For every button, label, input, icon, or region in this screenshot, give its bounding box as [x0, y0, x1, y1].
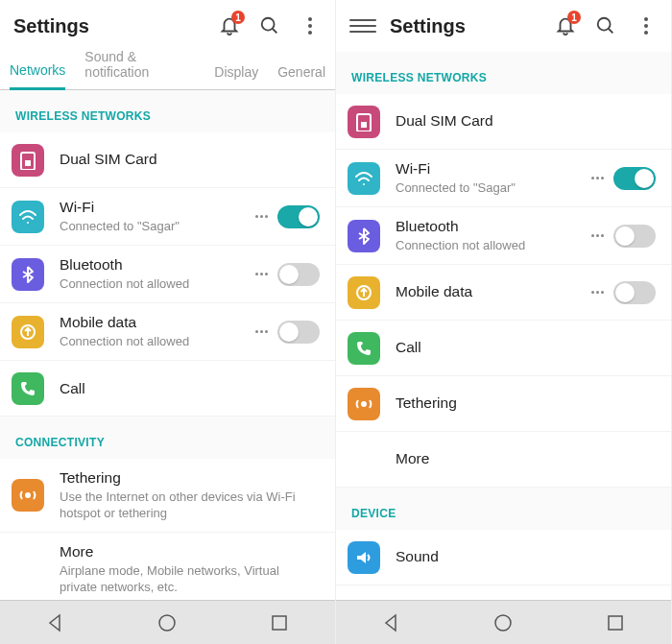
- sound-icon: [348, 541, 380, 574]
- mobile-data-toggle[interactable]: [277, 321, 320, 344]
- header: Settings 1: [336, 0, 671, 52]
- call-icon: [348, 332, 380, 365]
- notifications-icon[interactable]: 1: [216, 12, 243, 39]
- setting-row-mobile-data[interactable]: Mobile dataConnection not allowed: [0, 303, 335, 361]
- row-texts: Call: [396, 338, 656, 357]
- row-subtitle: Connection not allowed: [60, 276, 246, 293]
- bluetooth-icon: [348, 220, 380, 252]
- wifi-icon: [12, 201, 44, 233]
- row-more-icon[interactable]: [255, 330, 268, 333]
- bluetooth-toggle[interactable]: [613, 225, 656, 248]
- row-title: Wi-Fi: [60, 198, 246, 217]
- svg-point-4: [25, 492, 31, 498]
- section-header: DEVICE: [336, 488, 671, 530]
- setting-row-bluetooth[interactable]: BluetoothConnection not allowed: [0, 246, 335, 303]
- wi-fi-toggle[interactable]: [613, 167, 656, 190]
- svg-point-12: [495, 615, 511, 631]
- row-title: Sound: [396, 547, 656, 566]
- row-subtitle: Connected to "Sagar": [396, 180, 582, 197]
- row-title: Mobile data: [60, 313, 246, 332]
- tab-sound-notification[interactable]: Sound & notification: [84, 49, 195, 89]
- home-button[interactable]: [157, 613, 177, 632]
- setting-row-more[interactable]: More: [336, 432, 671, 488]
- notifications-icon[interactable]: 1: [552, 12, 579, 39]
- setting-row-call[interactable]: Call: [0, 361, 335, 417]
- svg-rect-13: [609, 616, 622, 630]
- setting-row-call[interactable]: Call: [336, 321, 671, 376]
- recents-button[interactable]: [606, 613, 625, 632]
- setting-row-wi-fi[interactable]: Wi-FiConnected to "Sagar": [0, 188, 335, 246]
- home-button[interactable]: [493, 613, 513, 632]
- setting-row-wi-fi[interactable]: Wi-FiConnected to "Sagar": [336, 150, 671, 207]
- notification-badge: 1: [231, 11, 245, 24]
- row-texts: Wi-FiConnected to "Sagar": [396, 159, 582, 197]
- row-title: Dual SIM Card: [60, 150, 320, 169]
- row-texts: Mobile dataConnection not allowed: [60, 313, 246, 350]
- svg-rect-6: [273, 616, 286, 630]
- section-header: CONNECTIVITY: [0, 417, 335, 459]
- row-texts: BluetoothConnection not allowed: [396, 217, 582, 254]
- svg-rect-2: [25, 160, 31, 166]
- row-more-icon[interactable]: [591, 291, 604, 294]
- section-header: WIRELESS NETWORKS: [336, 52, 671, 94]
- tab-networks[interactable]: Networks: [10, 62, 65, 90]
- row-more-icon[interactable]: [255, 273, 268, 275]
- setting-row-bluetooth[interactable]: BluetoothConnection not allowed: [336, 207, 671, 265]
- row-texts: Mobile data: [396, 282, 582, 301]
- sim-icon: [12, 144, 44, 177]
- left-panel: Settings 1 NetworksSound & notificationD…: [0, 0, 336, 644]
- setting-row-tethering[interactable]: Tethering: [336, 376, 671, 432]
- setting-row-sound[interactable]: Sound: [336, 530, 671, 585]
- row-texts: TetheringUse the Internet on other devic…: [60, 468, 320, 522]
- overflow-menu-icon[interactable]: [633, 12, 660, 39]
- right-panel: Settings 1 WIRELESS NETWORKSDual SIM Car…: [336, 0, 672, 644]
- back-button[interactable]: [46, 613, 65, 632]
- data-icon: [12, 316, 44, 348]
- blank-icon: [348, 443, 380, 476]
- tether-icon: [12, 479, 44, 512]
- setting-row-tethering[interactable]: TetheringUse the Internet on other devic…: [0, 459, 335, 533]
- row-more-icon[interactable]: [255, 215, 268, 218]
- tab-general[interactable]: General: [277, 64, 325, 89]
- row-more-icon[interactable]: [591, 177, 604, 179]
- row-title: Mobile data: [396, 282, 582, 301]
- row-texts: Wi-FiConnected to "Sagar": [60, 198, 246, 235]
- overflow-menu-icon[interactable]: [297, 12, 324, 39]
- svg-point-5: [159, 615, 175, 631]
- svg-point-11: [361, 401, 367, 407]
- row-texts: Tethering: [396, 394, 656, 413]
- svg-point-7: [598, 18, 611, 31]
- settings-list[interactable]: WIRELESS NETWORKSDual SIM CardWi-FiConne…: [336, 52, 671, 600]
- setting-row-dual-sim-card[interactable]: Dual SIM Card: [336, 94, 671, 150]
- search-icon[interactable]: [592, 12, 619, 39]
- row-more-icon[interactable]: [591, 234, 604, 237]
- row-texts: Sound: [396, 547, 656, 566]
- page-title: Settings: [390, 15, 552, 37]
- setting-row-dual-sim-card[interactable]: Dual SIM Card: [0, 132, 335, 188]
- mobile-data-toggle[interactable]: [613, 281, 656, 304]
- row-title: Dual SIM Card: [396, 111, 656, 131]
- wi-fi-toggle[interactable]: [277, 205, 320, 228]
- row-title: Tethering: [60, 468, 320, 488]
- row-title: More: [396, 449, 656, 468]
- search-icon[interactable]: [256, 12, 283, 39]
- wifi-icon: [348, 162, 380, 195]
- row-texts: Dual SIM Card: [60, 150, 320, 169]
- android-navbar: [336, 600, 671, 644]
- row-subtitle: Connection not allowed: [396, 238, 582, 254]
- settings-list[interactable]: WIRELESS NETWORKSDual SIM CardWi-FiConne…: [0, 90, 335, 600]
- hamburger-icon[interactable]: [349, 15, 376, 36]
- setting-row-mobile-data[interactable]: Mobile data: [336, 265, 671, 321]
- row-title: Call: [60, 379, 320, 398]
- back-button[interactable]: [382, 613, 401, 632]
- recents-button[interactable]: [270, 613, 289, 632]
- tab-display[interactable]: Display: [214, 64, 258, 89]
- page-title: Settings: [13, 15, 216, 37]
- setting-row-more[interactable]: MoreAirplane mode, Mobile networks, Virt…: [0, 533, 335, 600]
- android-navbar: [0, 600, 335, 644]
- tether-icon: [348, 388, 380, 420]
- blank-icon: [12, 553, 44, 585]
- row-subtitle: Use the Internet on other devices via Wi…: [60, 489, 320, 522]
- bluetooth-toggle[interactable]: [277, 263, 320, 286]
- row-subtitle: Connected to "Sagar": [60, 219, 246, 235]
